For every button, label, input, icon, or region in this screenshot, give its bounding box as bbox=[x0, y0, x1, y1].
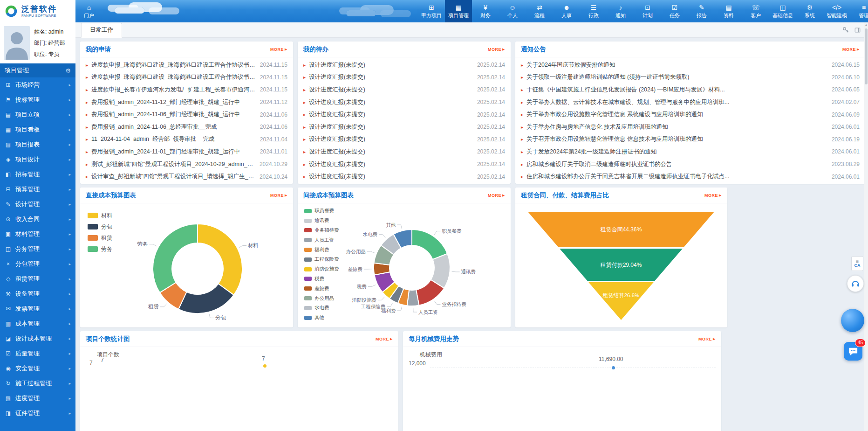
sidebar-item-kanban[interactable]: ▦项目看板▸ bbox=[0, 122, 75, 137]
more-button-machine-cost[interactable]: MORE▶ bbox=[698, 337, 716, 341]
sidebar-item-design-mgmt[interactable]: ✎设计管理▸ bbox=[0, 197, 75, 212]
settings-gear-icon[interactable]: ⚙ bbox=[65, 67, 71, 74]
nav-item-customer[interactable]: ☏客户 bbox=[742, 0, 769, 22]
sidebar-item-equipment[interactable]: ⚒设备管理▸ bbox=[0, 286, 75, 301]
legend-item[interactable]: 劳务 bbox=[88, 243, 112, 255]
list-item[interactable]: ▸测试_彭祖新城"四馆"景观工程设计项目_2024-10-29_admin_结束… bbox=[86, 158, 287, 171]
legend-item[interactable]: 水电费 bbox=[304, 303, 339, 313]
scroll-up-arrow[interactable]: ▲ bbox=[864, 22, 868, 28]
more-button-my-requests[interactable]: MORE▶ bbox=[270, 47, 287, 52]
nav-item-management[interactable]: ≡管理 bbox=[850, 0, 868, 22]
customer-service-button[interactable] bbox=[847, 275, 864, 292]
nav-item-client-project[interactable]: ⊞甲方项目 bbox=[418, 0, 445, 22]
list-item[interactable]: ▸费用报销_admin_2024-11-06_总经理审批__完成2024.11.… bbox=[86, 121, 287, 133]
list-item[interactable]: ▸设计进度汇报(未提交)2025.02.14 bbox=[303, 158, 505, 171]
more-button-rental-ratio[interactable]: MORE▶ bbox=[704, 193, 722, 198]
sidebar-item-tender[interactable]: ◧招标管理▸ bbox=[0, 167, 75, 182]
more-button-direct-cost[interactable]: MORE▶ bbox=[270, 193, 287, 198]
nav-item-plan[interactable]: ⊡计划 bbox=[634, 0, 661, 22]
list-item[interactable]: ▸设计进度汇报(未提交)2025.02.14 bbox=[303, 121, 505, 133]
sidebar-item-project-report[interactable]: ▨项目报表▸ bbox=[0, 137, 75, 152]
sidebar-item-progress[interactable]: ▧进度管理▸ bbox=[0, 391, 75, 406]
funnel-segment[interactable] bbox=[588, 282, 654, 320]
legend-item[interactable]: 办公用品 bbox=[304, 293, 339, 303]
list-item[interactable]: ▸设计进度汇报(未提交)2025.02.14 bbox=[303, 146, 505, 158]
nav-item-project-management[interactable]: ▦项目管理 bbox=[445, 0, 472, 22]
list-item[interactable]: ▸设计进度汇报(未提交)2025.02.14 bbox=[303, 133, 505, 146]
list-item[interactable]: ▸设计进度汇报(未提交)2025.02.14 bbox=[303, 108, 505, 121]
sidebar-item-safety[interactable]: ◉安全管理▸ bbox=[0, 361, 75, 376]
nav-item-document[interactable]: ▤资料 bbox=[715, 0, 742, 22]
nav-item-base-info[interactable]: ◫基础信息 bbox=[769, 0, 796, 22]
sidebar-item-market[interactable]: ⊞市场经营▸ bbox=[0, 77, 75, 92]
nav-item-smart-modeling[interactable]: </>智能建模 bbox=[823, 0, 850, 22]
collapse-panel-icon[interactable] bbox=[854, 27, 861, 33]
list-item[interactable]: ▸关于2024年国庆节放假安排的通知2024.06.15 bbox=[521, 59, 860, 71]
donut-segment[interactable] bbox=[412, 229, 447, 259]
list-item[interactable]: ▸设计审查_彭祖新城"四馆"景观工程设计项目_请选择_胡广生_2024-10-2… bbox=[86, 170, 287, 183]
nav-item-finance[interactable]: ¥财务 bbox=[472, 0, 499, 22]
list-item[interactable]: ▸关于举办市政公用设施数字化管理信息 系统建设与应用培训班的通知2024.06.… bbox=[521, 108, 860, 121]
list-item[interactable]: ▸关于领取一级注册建造师培训贴的通知 (须持一建证书前来领取)2024.06.1… bbox=[521, 71, 860, 84]
list-item[interactable]: ▸设计进度汇报(未提交)2025.02.14 bbox=[303, 59, 505, 71]
sidebar-item-initiation[interactable]: ▤项目立项▸ bbox=[0, 107, 75, 122]
sidebar-item-income-contract[interactable]: ⊙收入合同▸ bbox=[0, 212, 75, 227]
legend-item[interactable]: 业务招待费 bbox=[304, 226, 339, 236]
more-button-project-count[interactable]: MORE▶ bbox=[376, 337, 393, 341]
list-item[interactable]: ▸关于召开市政公用设施智慧化管理信息 信息技术与应用培训班的通知2024.06.… bbox=[521, 133, 860, 146]
more-button-my-todos[interactable]: MORE▶ bbox=[488, 47, 505, 52]
more-button-notices[interactable]: MORE▶ bbox=[842, 47, 860, 52]
nav-item-report[interactable]: ✎报告 bbox=[688, 0, 715, 22]
list-item[interactable]: ▸进度款申报_珠海鹤港口建设_珠海鹤港口建设工程合作协议书_admin_...2… bbox=[86, 59, 287, 71]
list-item[interactable]: ▸进度款申报_珠海鹤港口建设_珠海鹤港口建设工程合作协议书_admin_...2… bbox=[86, 71, 287, 84]
page-scrollbar[interactable]: ▲ bbox=[864, 22, 868, 431]
nav-item-system[interactable]: ⚙系统 bbox=[796, 0, 823, 22]
sidebar-item-subcontract[interactable]: ×分包管理▸ bbox=[0, 257, 75, 271]
nav-item-hr[interactable]: ☻人事 bbox=[553, 0, 580, 22]
donut-segment[interactable] bbox=[153, 224, 198, 292]
legend-item[interactable]: 职员餐费 bbox=[304, 206, 339, 216]
nav-item-personal[interactable]: ☺个人 bbox=[499, 0, 526, 22]
legend-item[interactable]: 其他 bbox=[304, 313, 339, 323]
legend-item[interactable]: 分包 bbox=[88, 221, 112, 232]
list-item[interactable]: ▸11_2024-11-04_admin_经营部_领导审批__完成2024.11… bbox=[86, 133, 287, 146]
list-item[interactable]: ▸于征集《中国建筑施工行业信息化发展报告 (2024) —BIM应用与发展》材料… bbox=[521, 83, 860, 96]
user-card[interactable]: 姓名: admin 部门: 经营部 职位: 专员 bbox=[0, 22, 75, 63]
sidebar-item-rental[interactable]: ◇租赁管理▸ bbox=[0, 271, 75, 286]
sidebar-item-material[interactable]: ▣材料管理▸ bbox=[0, 227, 75, 242]
list-item[interactable]: ▸进度款申报_长春市伊通河水力发电厂扩建工程_长春市伊通河水力发电...2024… bbox=[86, 83, 287, 96]
sidebar-item-quality[interactable]: ☑质量管理▸ bbox=[0, 346, 75, 361]
list-item[interactable]: ▸设计进度汇报(未提交)2025.02.14 bbox=[303, 71, 505, 84]
ca-side-tab[interactable]: ☰ CA bbox=[851, 256, 863, 271]
legend-item[interactable]: 租赁 bbox=[88, 232, 112, 243]
nav-item-administration[interactable]: ☰行政 bbox=[580, 0, 607, 22]
list-item[interactable]: ▸设计进度汇报(未提交)2025.02.14 bbox=[303, 170, 505, 183]
legend-item[interactable]: 通讯费 bbox=[304, 216, 339, 226]
nav-item-task[interactable]: ☑任务 bbox=[661, 0, 688, 22]
legend-item[interactable]: 福利费 bbox=[304, 245, 339, 255]
assistant-bubble[interactable] bbox=[841, 309, 864, 332]
legend-item[interactable]: 消防设施费 bbox=[304, 264, 339, 274]
list-item[interactable]: ▸关于发放2024年第24批一级建造师注册证书的通知2024.06.01 bbox=[521, 146, 860, 158]
list-item[interactable]: ▸房和城乡建设厅关于取消二级建造师临时执业证书的公告2023.08.29 bbox=[521, 158, 860, 171]
legend-item[interactable]: 工程保险费 bbox=[304, 255, 339, 264]
legend-item[interactable]: 人员工资 bbox=[304, 235, 339, 245]
legend-item[interactable]: 材料 bbox=[88, 210, 112, 221]
list-item[interactable]: ▸关于举办住房与房地产信息化 技术及应用培训班的通知2024.06.01 bbox=[521, 121, 860, 133]
legend-item[interactable]: 税费 bbox=[304, 274, 339, 284]
list-item[interactable]: ▸费用报销_admin_2024-11-12_部门经理审批_胡建_运行中2024… bbox=[86, 96, 287, 109]
sidebar-item-design-cost[interactable]: ◪设计成本管理▸ bbox=[0, 331, 75, 346]
nav-item-notification[interactable]: ♪通知 bbox=[607, 0, 634, 22]
list-item[interactable]: ▸费用报销_admin_2024-11-06_部门经理审批_胡建_运行中2024… bbox=[86, 108, 287, 121]
nav-item-workflow[interactable]: ⇄流程 bbox=[526, 0, 553, 22]
sidebar-item-project-design[interactable]: ◈项目设计▸ bbox=[0, 152, 75, 167]
scrollbar-thumb[interactable] bbox=[865, 28, 868, 84]
nav-item-portal[interactable]: ⌂门户 bbox=[75, 0, 103, 22]
sidebar-item-labor[interactable]: ◫劳务管理▸ bbox=[0, 242, 75, 257]
list-item[interactable]: ▸设计进度汇报(未提交)2025.02.14 bbox=[303, 96, 505, 109]
tab-daily-work[interactable]: 日常工作 bbox=[81, 23, 122, 38]
sidebar-item-construction-process[interactable]: ↻施工过程管理▸ bbox=[0, 376, 75, 391]
list-item[interactable]: ▸设计进度汇报(未提交)2025.02.14 bbox=[303, 83, 505, 96]
sidebar-item-cost[interactable]: ▥成本管理▸ bbox=[0, 316, 75, 331]
more-button-indirect-cost[interactable]: MORE▶ bbox=[488, 193, 505, 198]
